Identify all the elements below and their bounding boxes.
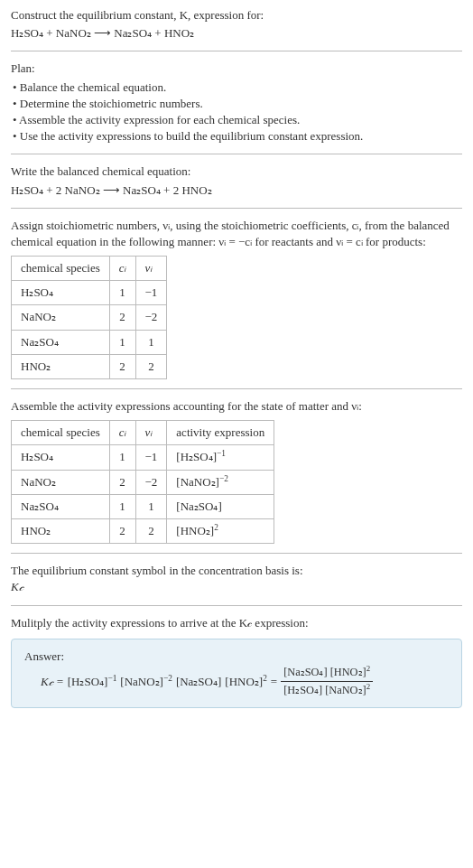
activity-table: chemical species cᵢ νᵢ activity expressi… — [11, 420, 274, 544]
cell-vi: −2 — [135, 470, 167, 494]
answer-box: Answer: K𝒸 = [H₂SO₄]−1 [NaNO₂]−2 [Na₂SO₄… — [11, 639, 462, 709]
stoich-block: Assign stoichiometric numbers, νᵢ, using… — [11, 218, 462, 379]
cell-species: HNO₂ — [12, 518, 110, 543]
balanced-block: Write the balanced chemical equation: H₂… — [11, 163, 462, 198]
table-row: NaNO₂ 2 −2 — [12, 305, 167, 330]
col-species: chemical species — [12, 257, 110, 281]
cell-vi: −2 — [135, 305, 167, 330]
divider — [11, 553, 462, 554]
plan-heading: Plan: — [11, 61, 462, 77]
col-vi: νᵢ — [135, 257, 167, 281]
cell-ci: 2 — [109, 305, 135, 330]
expr-pow: −1 — [217, 449, 226, 458]
equals-sign: = — [271, 674, 277, 690]
expr-pow: 2 — [214, 523, 218, 532]
cell-species: HNO₂ — [12, 354, 110, 378]
cell-vi: 1 — [135, 330, 167, 354]
table-header-row: chemical species cᵢ νᵢ activity expressi… — [12, 421, 274, 445]
answer-label: Answer: — [24, 649, 449, 665]
cell-vi: 2 — [135, 518, 167, 543]
cell-species: H₂SO₄ — [12, 445, 110, 470]
multiply-block: Mulitply the activity expressions to arr… — [11, 615, 462, 631]
table-row: HNO₂ 2 2 — [12, 354, 167, 378]
cell-expr: [H₂SO₄]−1 — [167, 445, 274, 470]
term2: [NaNO₂]−2 — [120, 674, 172, 690]
cell-vi: −1 — [135, 445, 167, 470]
cell-species: Na₂SO₄ — [12, 330, 110, 354]
cell-ci: 2 — [109, 518, 135, 543]
multiply-text: Mulitply the activity expressions to arr… — [11, 615, 462, 631]
plan-block: Plan: Balance the chemical equation. Det… — [11, 61, 462, 145]
num-a: [Na₂SO₄] — [283, 666, 327, 678]
kc-symbol: K𝒸 — [11, 579, 462, 595]
intro-text: Construct the equilibrium constant, K, e… — [11, 7, 462, 23]
cell-ci: 2 — [109, 354, 135, 378]
table-row: HNO₂ 2 2 [HNO₂]2 — [12, 518, 274, 543]
divider — [11, 605, 462, 606]
plan-item: Use the activity expressions to build th… — [13, 128, 462, 145]
table-row: Na₂SO₄ 1 1 — [12, 330, 167, 354]
cell-vi: −1 — [135, 281, 167, 305]
fraction: [Na₂SO₄] [HNO₂]2 [H₂SO₄] [NaNO₂]2 — [281, 665, 373, 699]
term1-base: [H₂SO₄] — [68, 675, 108, 688]
term1: [H₂SO₄]−1 — [68, 674, 117, 690]
divider — [11, 388, 462, 389]
col-vi: νᵢ — [135, 421, 167, 445]
cell-species: Na₂SO₄ — [12, 494, 110, 518]
table-row: H₂SO₄ 1 −1 [H₂SO₄]−1 — [12, 445, 274, 470]
cell-ci: 1 — [109, 330, 135, 354]
activity-block: Assemble the activity expressions accoun… — [11, 398, 462, 544]
table-header-row: chemical species cᵢ νᵢ — [12, 257, 167, 281]
expr-base: [H₂SO₄] — [176, 450, 217, 463]
plan-list: Balance the chemical equation. Determine… — [11, 79, 462, 145]
denominator: [H₂SO₄] [NaNO₂]2 — [281, 682, 373, 698]
col-ci: cᵢ — [109, 421, 135, 445]
numerator: [Na₂SO₄] [HNO₂]2 — [281, 665, 373, 682]
cell-ci: 1 — [109, 281, 135, 305]
col-species: chemical species — [12, 421, 110, 445]
activity-intro: Assemble the activity expressions accoun… — [11, 398, 462, 415]
term2-base: [NaNO₂] — [120, 675, 163, 688]
num-b-base: [HNO₂] — [330, 666, 366, 678]
term4-pow: 2 — [263, 673, 267, 682]
num-b-pow: 2 — [366, 664, 370, 673]
intro-equation: H₂SO₄ + NaNO₂ ⟶ Na₂SO₄ + HNO₂ — [11, 25, 462, 42]
expr-base: [HNO₂] — [176, 524, 214, 537]
plan-item: Determine the stoichiometric numbers. — [13, 96, 462, 112]
table-row: NaNO₂ 2 −2 [NaNO₂]−2 — [12, 470, 274, 494]
cell-species: H₂SO₄ — [12, 281, 110, 305]
cell-vi: 1 — [135, 494, 167, 518]
den-b-base: [NaNO₂] — [325, 684, 366, 696]
stoich-table: chemical species cᵢ νᵢ H₂SO₄ 1 −1 NaNO₂ … — [11, 256, 167, 379]
divider — [11, 51, 462, 51]
cell-expr: [HNO₂]2 — [167, 518, 274, 543]
term4: [HNO₂]2 — [225, 674, 267, 690]
cell-expr: [NaNO₂]−2 — [167, 470, 274, 494]
cell-ci: 1 — [109, 494, 135, 518]
table-row: Na₂SO₄ 1 1 [Na₂SO₄] — [12, 494, 274, 518]
col-expr: activity expression — [167, 421, 274, 445]
expr-pow: −2 — [219, 473, 228, 482]
den-a: [H₂SO₄] — [283, 684, 322, 696]
kc-symbol-text: The equilibrium constant symbol in the c… — [11, 563, 462, 579]
cell-ci: 1 — [109, 445, 135, 470]
plan-item: Assemble the activity expression for eac… — [13, 112, 462, 128]
plan-item: Balance the chemical equation. — [13, 79, 462, 96]
cell-species: NaNO₂ — [12, 305, 110, 330]
cell-species: NaNO₂ — [12, 470, 110, 494]
divider — [11, 208, 462, 209]
cell-expr: [Na₂SO₄] — [167, 494, 274, 518]
table-row: H₂SO₄ 1 −1 — [12, 281, 167, 305]
cell-vi: 2 — [135, 354, 167, 378]
divider — [11, 154, 462, 154]
col-ci: cᵢ — [109, 257, 135, 281]
kc-equals: K𝒸 = — [41, 674, 64, 690]
term1-pow: −1 — [107, 673, 116, 682]
term4-base: [HNO₂] — [225, 675, 263, 688]
balanced-equation: H₂SO₄ + 2 NaNO₂ ⟶ Na₂SO₄ + 2 HNO₂ — [11, 182, 462, 199]
stoich-intro: Assign stoichiometric numbers, νᵢ, using… — [11, 218, 462, 250]
den-b-pow: 2 — [366, 682, 370, 691]
cell-ci: 2 — [109, 470, 135, 494]
kc-symbol-block: The equilibrium constant symbol in the c… — [11, 563, 462, 595]
expr-base: [Na₂SO₄] — [176, 499, 221, 513]
